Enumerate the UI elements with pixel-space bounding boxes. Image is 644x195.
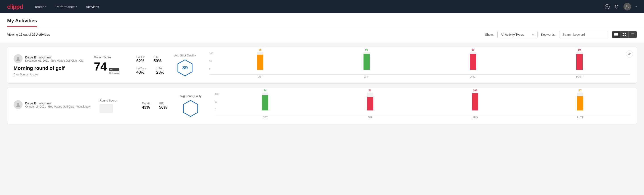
- svg-rect-7: [622, 33, 624, 34]
- bar-fill: [576, 54, 583, 70]
- chart-bars: 100 50 0 948210687: [215, 93, 630, 115]
- bar-value-label: 87: [579, 89, 582, 92]
- list-compact-view-button[interactable]: [612, 32, 620, 38]
- bar-fill: [367, 97, 373, 110]
- activity-title: Morning round of golf: [14, 65, 85, 71]
- gir-label: GIR: [159, 102, 167, 105]
- chart-x-labels: OTTAPPARGPUTT: [215, 116, 630, 119]
- activity-card: Dave Billingham October 16, 2021 · Gog M…: [7, 87, 637, 124]
- score-badge: +4: [109, 68, 119, 72]
- one-putt-value: 28%: [156, 70, 164, 75]
- svg-rect-14: [631, 36, 634, 36]
- chart-x-label: OTT: [215, 116, 316, 119]
- user-avatar: [14, 54, 22, 63]
- avatar[interactable]: [624, 3, 631, 10]
- bar-fill: [262, 95, 268, 110]
- y-label-0: 0: [209, 68, 213, 70]
- gir-label: GIR: [154, 56, 162, 59]
- page-title: My Activities: [7, 14, 37, 27]
- activities-label: Activities: [36, 33, 50, 36]
- chart-x-label: OTT: [209, 76, 311, 78]
- nav-performance[interactable]: Performance ▾: [55, 3, 78, 10]
- user-row: Dave Billingham October 16, 2021 · Gog M…: [14, 100, 90, 109]
- count-shown: 12: [19, 33, 22, 36]
- bar-wrap: [576, 52, 583, 70]
- activity-card: Dave Billingham December 05, 2021 · Gog …: [7, 47, 637, 84]
- chart-x-label: ARG: [425, 116, 526, 119]
- bar-fill: [470, 54, 476, 70]
- chart-bar-col: 85: [209, 48, 311, 70]
- user-row: Dave Billingham December 05, 2021 · Gog …: [14, 54, 85, 63]
- bar-wrap: [367, 92, 373, 110]
- bar-wrap: [472, 92, 478, 110]
- y-label-100: 100: [209, 52, 213, 55]
- list-wide-view-button[interactable]: [628, 32, 637, 38]
- nav-teams[interactable]: Teams ▾: [34, 3, 48, 10]
- y-label-50: 50: [209, 60, 213, 62]
- up-down-label: Up/Down: [136, 67, 147, 70]
- hexagon-container: 89: [174, 59, 196, 77]
- svg-point-15: [17, 57, 19, 59]
- count-total: 29: [32, 33, 36, 36]
- chart-x-label: ARG: [422, 76, 524, 78]
- bar-value-label: 82: [369, 89, 371, 92]
- bar-value-label: 89: [578, 48, 581, 51]
- bar-wrap: [577, 92, 583, 110]
- performance-chevron-icon: ▾: [76, 5, 77, 8]
- svg-rect-12: [631, 34, 634, 34]
- chart-bar-col: 89: [528, 48, 630, 70]
- svg-rect-11: [631, 33, 634, 34]
- chart-x-label: APP: [320, 116, 420, 119]
- svg-rect-10: [624, 35, 626, 36]
- svg-marker-18: [184, 100, 198, 116]
- bar-value-label: 94: [264, 89, 266, 92]
- up-down-stat: Up/Down 43%: [136, 67, 147, 75]
- activities-list: Dave Billingham December 05, 2021 · Gog …: [0, 42, 644, 132]
- fw-hit-stat: FW Hit 43%: [142, 102, 150, 110]
- gir-value: 56%: [159, 105, 167, 110]
- activity-type-select[interactable]: All Activity Types: [498, 31, 538, 38]
- gir-value: 50%: [154, 59, 162, 63]
- chart-bar-col: 90: [316, 48, 418, 70]
- add-icon[interactable]: [605, 4, 610, 9]
- one-putt-stat: 1 Putt 28%: [156, 67, 164, 75]
- avatar-chevron-icon[interactable]: ▾: [636, 5, 637, 8]
- chart-x-label: PUTT: [528, 76, 630, 78]
- data-source: Data Source: Arccos: [14, 73, 85, 76]
- chart-bar-col: 82: [320, 89, 420, 110]
- quality-hexagon: 89: [176, 59, 194, 77]
- score-placeholder: [100, 104, 113, 113]
- navbar: clippd Teams ▾ Performance ▾ Activities: [0, 0, 644, 14]
- keywords-label: Keywords:: [541, 33, 556, 36]
- logo[interactable]: clippd: [7, 3, 23, 10]
- fw-hit-value: 62%: [136, 59, 144, 63]
- chart-bar-col: 106: [425, 89, 526, 110]
- bar-wrap: [364, 52, 370, 70]
- user-date: December 05, 2021 · Gog Magog Golf Club …: [25, 59, 84, 62]
- viewing-text: Viewing 12 out of 29 Activities: [7, 33, 482, 36]
- search-input[interactable]: [559, 31, 608, 38]
- card-info: Dave Billingham October 16, 2021 · Gog M…: [14, 100, 90, 111]
- bar-value-label: 89: [472, 48, 474, 51]
- view-toggles: [612, 31, 637, 38]
- gir-stat: GIR 50%: [154, 56, 162, 63]
- chart-bars: 100 50 0 85908989: [209, 52, 630, 74]
- score-display: 74 +4 18 Holes: [94, 61, 128, 75]
- page-header: My Activities: [0, 14, 644, 27]
- refresh-icon[interactable]: [614, 4, 619, 9]
- card-info: Dave Billingham December 05, 2021 · Gog …: [14, 54, 85, 76]
- nav-activities[interactable]: Activities: [85, 3, 100, 10]
- user-name: Dave Billingham: [25, 101, 90, 105]
- round-score-section: Round Score: [100, 99, 133, 113]
- chart-x-label: APP: [316, 76, 418, 78]
- chart-bar-col: 87: [530, 89, 630, 110]
- bar-wrap: [262, 92, 268, 110]
- bar-chart: 100 50 0 948210687 OTTAPPARGPUTT: [208, 93, 630, 119]
- quality-hexagon: [182, 100, 200, 117]
- bar-wrap: [257, 52, 263, 70]
- score-number: 74: [94, 61, 107, 72]
- bar-fill: [472, 93, 478, 110]
- round-score-label: Round Score: [100, 99, 133, 102]
- grid-view-button[interactable]: [620, 32, 628, 38]
- fw-hit-label: FW Hit: [136, 56, 144, 59]
